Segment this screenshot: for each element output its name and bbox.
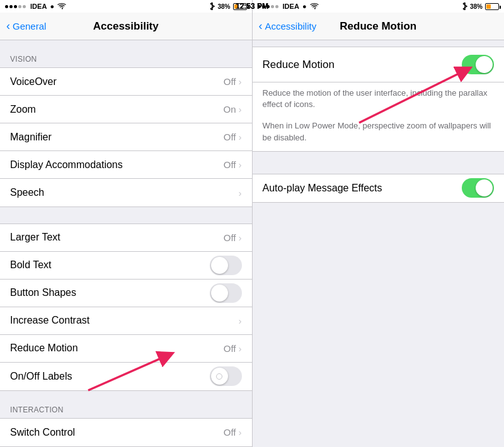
voiceover-label: VoiceOver bbox=[10, 76, 57, 88]
r-bluetooth-icon bbox=[462, 3, 467, 10]
reduce-motion-value: Off bbox=[224, 343, 236, 354]
display-accom-label: Display Accommodations bbox=[10, 159, 123, 171]
button-shapes-right bbox=[210, 283, 242, 303]
right-status-right: 38% bbox=[462, 3, 499, 10]
right-description1: Reduce the motion of the user interface,… bbox=[253, 82, 505, 116]
list-item-onoff-labels[interactable]: On/Off Labels bbox=[0, 363, 252, 390]
signal-dot-3 bbox=[14, 5, 17, 8]
left-status-bar: IDEA ● 12:53 PM 38% bbox=[0, 0, 252, 13]
right-autoplay-gap bbox=[253, 152, 505, 174]
signal-dot-5 bbox=[23, 5, 26, 8]
list-item-voiceover[interactable]: VoiceOver Off › bbox=[0, 68, 252, 96]
r-wifi-icon bbox=[310, 3, 319, 10]
list-item-switch-control[interactable]: Switch Control Off › bbox=[0, 419, 252, 446]
right-status-bar: IDEA ● 12:53 PM 38% bbox=[253, 0, 505, 13]
reduce-motion-chevron-icon: › bbox=[239, 343, 242, 354]
button-shapes-toggle-thumb bbox=[211, 285, 228, 302]
onoff-labels-toggle[interactable] bbox=[210, 366, 242, 386]
voiceover-value: Off bbox=[224, 76, 236, 87]
switch-control-chevron-icon: › bbox=[239, 427, 242, 438]
right-back-chevron-icon: ‹ bbox=[259, 20, 263, 33]
left-section-vision-header: VISION bbox=[0, 45, 252, 67]
right-reduce-motion-row[interactable]: Reduce Motion bbox=[253, 47, 505, 82]
bold-text-toggle[interactable] bbox=[210, 256, 242, 275]
speech-chevron-icon: › bbox=[239, 188, 242, 198]
left-back-chevron-icon: ‹ bbox=[6, 20, 10, 33]
larger-text-value: Off bbox=[224, 232, 236, 243]
right-nav-back[interactable]: ‹ Accessibility bbox=[259, 20, 317, 33]
speech-right: › bbox=[239, 188, 242, 198]
left-nav-bar: ‹ General Accessibility bbox=[0, 13, 252, 40]
left-nav-back[interactable]: ‹ General bbox=[6, 20, 46, 33]
left-status-left: IDEA ● bbox=[5, 3, 66, 10]
increase-contrast-chevron-icon: › bbox=[239, 315, 242, 326]
signal-dot-1 bbox=[5, 5, 8, 8]
right-nav-bar: ‹ Accessibility Reduce Motion bbox=[253, 13, 505, 40]
increase-contrast-right: › bbox=[239, 315, 242, 326]
left-group2-list: Larger Text Off › Bold Text Button Shape… bbox=[0, 224, 252, 391]
zoom-value: On bbox=[223, 104, 236, 115]
left-interaction-list: Switch Control Off › bbox=[0, 418, 252, 447]
list-item-increase-contrast[interactable]: Increase Contrast › bbox=[0, 307, 252, 335]
display-accom-value: Off bbox=[224, 159, 236, 170]
left-battery-pct: 38% bbox=[217, 3, 230, 10]
left-carrier: IDEA bbox=[30, 3, 47, 10]
bluetooth-icon bbox=[210, 3, 215, 10]
list-item-display-accommodations[interactable]: Display Accommodations Off › bbox=[0, 151, 252, 179]
speech-label: Speech bbox=[10, 187, 44, 198]
reduce-motion-label: Reduce Motion bbox=[10, 342, 78, 354]
display-accom-chevron-icon: › bbox=[239, 159, 242, 170]
left-vision-list: VoiceOver Off › Zoom On › Magnifier Off … bbox=[0, 67, 252, 207]
right-reduce-motion-toggle[interactable] bbox=[462, 55, 494, 74]
zoom-chevron-icon: › bbox=[239, 104, 242, 115]
list-item-reduce-motion[interactable]: Reduce Motion Off › bbox=[0, 335, 252, 363]
bold-text-toggle-thumb bbox=[211, 257, 228, 274]
voiceover-chevron-icon: › bbox=[239, 76, 242, 87]
list-item-autoplay[interactable]: Auto-play Message Effects bbox=[253, 174, 505, 202]
autoplay-toggle-thumb bbox=[476, 179, 493, 196]
left-panel: IDEA ● 12:53 PM 38% ‹ bbox=[0, 0, 252, 447]
r-signal-dot-5 bbox=[275, 5, 278, 8]
bold-text-right bbox=[210, 256, 242, 275]
right-reduce-motion-toggle-thumb bbox=[476, 56, 493, 73]
right-autoplay-list: Auto-play Message Effects bbox=[253, 174, 505, 203]
larger-text-chevron-icon: › bbox=[239, 232, 242, 243]
switch-control-label: Switch Control bbox=[10, 427, 75, 438]
list-item-larger-text[interactable]: Larger Text Off › bbox=[0, 224, 252, 252]
left-section-interaction-header: INTERACTION bbox=[0, 395, 252, 418]
right-panel: IDEA ● 12:53 PM 38% ‹ Ac bbox=[253, 0, 505, 447]
list-item-speech[interactable]: Speech › bbox=[0, 179, 252, 207]
autoplay-toggle[interactable] bbox=[462, 178, 494, 198]
right-battery-fill bbox=[486, 4, 491, 9]
wifi-icon bbox=[57, 3, 66, 10]
right-top-gap bbox=[253, 40, 505, 47]
right-time: 12:53 PM bbox=[253, 2, 269, 11]
autoplay-label: Auto-play Message Effects bbox=[263, 183, 382, 194]
larger-text-right: Off › bbox=[224, 232, 242, 243]
r-signal-dot-4 bbox=[271, 5, 274, 8]
list-item-bold-text[interactable]: Bold Text bbox=[0, 252, 252, 280]
magnifier-right: Off › bbox=[224, 132, 242, 142]
left-interaction-gap bbox=[0, 391, 252, 395]
list-item-magnifier[interactable]: Magnifier Off › bbox=[0, 123, 252, 151]
signal-dot-4 bbox=[18, 5, 21, 8]
magnifier-value: Off bbox=[224, 132, 236, 142]
right-main-section: Reduce Motion Reduce the motion of the u… bbox=[253, 47, 505, 152]
right-description2: When in Low Power Mode, perspective zoom… bbox=[253, 116, 505, 150]
right-back-label: Accessibility bbox=[265, 21, 317, 31]
left-nav-wrapper: ‹ General Accessibility bbox=[6, 20, 246, 33]
right-nav-wrapper: ‹ Accessibility Reduce Motion bbox=[259, 20, 498, 33]
onoff-labels-toggle-thumb bbox=[211, 368, 228, 385]
list-item-zoom[interactable]: Zoom On › bbox=[0, 96, 252, 123]
left-nav-title: Accessibility bbox=[93, 20, 159, 33]
onoff-labels-label: On/Off Labels bbox=[10, 371, 72, 382]
button-shapes-toggle[interactable] bbox=[210, 283, 242, 303]
list-item-button-shapes[interactable]: Button Shapes bbox=[0, 280, 252, 307]
zoom-label: Zoom bbox=[10, 104, 36, 115]
left-group2-gap bbox=[0, 207, 252, 223]
left-vision-gap bbox=[0, 40, 252, 45]
left-back-label: General bbox=[13, 21, 46, 31]
voiceover-right: Off › bbox=[224, 76, 242, 87]
right-nav-title: Reduce Motion bbox=[340, 20, 416, 33]
right-reduce-motion-label: Reduce Motion bbox=[263, 59, 335, 71]
